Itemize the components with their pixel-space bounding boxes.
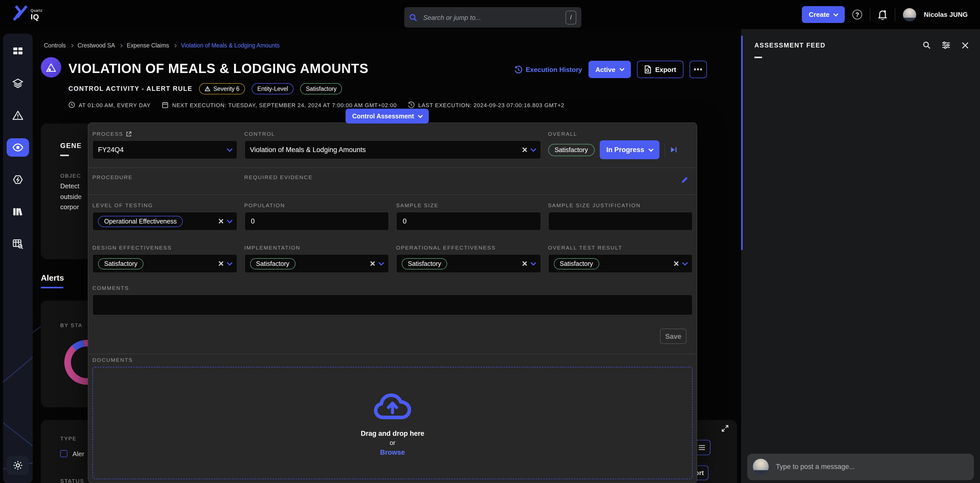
section-divider (88, 167, 697, 168)
sidebar-item-layers[interactable] (6, 74, 29, 92)
execution-history-link[interactable]: Execution History (514, 65, 582, 73)
breadcrumb-separator-icon (70, 44, 73, 47)
type-option-label[interactable]: Aler (73, 450, 84, 458)
sidebar-item-settings[interactable] (6, 456, 29, 475)
save-button[interactable]: Save (660, 329, 687, 344)
message-composer (747, 453, 974, 480)
app-logo[interactable]: Quartz IQ (12, 4, 43, 24)
comments-label: COMMENTS (92, 285, 129, 291)
create-button[interactable]: Create (802, 6, 845, 23)
export-button[interactable]: Export (637, 61, 683, 78)
overall-test-result-select[interactable]: Satisfactory (548, 254, 693, 273)
rating-badge: Satisfactory (301, 83, 342, 94)
control-assessment-tab[interactable]: Control Assessment (345, 109, 429, 124)
sidebar-item-alerts[interactable] (6, 106, 29, 124)
control-label: CONTROL (244, 130, 541, 137)
message-input[interactable] (775, 462, 968, 471)
status-active-button[interactable]: Active (588, 61, 631, 78)
operational-effectiveness-select[interactable]: Satisfactory (396, 254, 541, 273)
user-name[interactable]: Nicolas JUNG (924, 11, 968, 18)
by-status-label: BY STA (60, 322, 83, 328)
search-shortcut-key: / (566, 11, 576, 24)
clear-icon[interactable] (522, 147, 527, 153)
control-field-group: CONTROL Violation of Meals & Lodging Amo… (244, 130, 541, 159)
browse-link[interactable]: Browse (380, 448, 405, 456)
overall-status-button[interactable]: In Progress (600, 140, 660, 159)
skip-to-end-icon[interactable] (670, 146, 677, 153)
breadcrumb-item[interactable]: Controls (44, 42, 66, 48)
alerts-section-title: Alerts (41, 273, 64, 283)
comments-textarea[interactable] (92, 294, 693, 315)
control-assessment-modal: PROCESS FY24Q4 CONTROL Violation of Meal… (88, 122, 697, 483)
more-actions-button[interactable] (689, 61, 707, 78)
edit-pencil-icon[interactable] (681, 176, 689, 184)
history-clock-icon (408, 102, 415, 108)
alerts-tab-indicator (41, 287, 63, 288)
clear-icon[interactable] (218, 261, 223, 266)
sample-size-justification-group: SAMPLE SIZE JUSTIFICATION (548, 202, 693, 230)
control-subtitle: CONTROL ACTIVITY - ALERT RULE (68, 85, 192, 92)
sample-size-label: SAMPLE SIZE (396, 202, 541, 208)
entity-level-badge: Entity-Level (251, 83, 293, 94)
documents-dropzone[interactable]: Drag and drop here or Browse (92, 367, 693, 479)
clear-icon[interactable] (522, 261, 527, 266)
calendar-icon (162, 102, 169, 108)
clear-icon[interactable] (673, 261, 679, 266)
search-input[interactable] (422, 13, 560, 22)
feed-title: ASSESSMENT FEED (754, 41, 826, 49)
global-search[interactable]: / (404, 7, 581, 27)
section-divider (88, 194, 697, 195)
gear-icon (12, 460, 24, 471)
implementation-select[interactable]: Satisfactory (244, 254, 389, 273)
external-link-icon[interactable] (126, 131, 132, 137)
type-checkbox[interactable] (60, 450, 67, 457)
rating-chip: Satisfactory (250, 258, 296, 269)
feed-search-icon[interactable] (923, 41, 931, 49)
clear-icon[interactable] (369, 261, 375, 266)
general-heading: GENE (60, 142, 82, 149)
procedure-label: PROCEDURE (92, 174, 237, 180)
sidebar-item-data-explorer[interactable] (6, 235, 29, 253)
severity-badge: Severity 6 (199, 83, 245, 94)
breadcrumb-item[interactable]: Crestwood SA (78, 42, 115, 48)
assessment-feed-panel: ASSESSMENT FEED (741, 29, 980, 483)
feed-filter-sliders-icon[interactable] (942, 41, 950, 49)
rating-chip: Satisfactory (554, 258, 599, 269)
sample-size-input[interactable] (402, 217, 535, 226)
feed-accent-scrollbar[interactable] (741, 36, 743, 250)
expand-icon[interactable] (721, 424, 729, 432)
feed-close-icon[interactable] (962, 41, 969, 49)
breadcrumb-item[interactable]: Expense Claims (127, 42, 169, 48)
rating-chip: Satisfactory (98, 258, 144, 269)
process-select[interactable]: FY24Q4 (92, 140, 237, 159)
breadcrumb-item-current[interactable]: Violation of Meals & Lodging Amounts (181, 42, 280, 48)
process-label: PROCESS (92, 130, 237, 137)
page-title: VIOLATION OF MEALS & LODGING AMOUNTS (68, 61, 369, 76)
cloud-upload-icon (373, 392, 412, 421)
table-search-icon (12, 238, 24, 249)
level-of-testing-select[interactable]: Operational Effectiveness (92, 212, 237, 230)
top-bar: Quartz IQ / Create ? (0, 0, 980, 29)
left-sidebar (3, 34, 33, 483)
user-avatar[interactable] (903, 8, 916, 21)
design-effectiveness-select[interactable]: Satisfactory (92, 254, 237, 273)
population-label: POPULATION (244, 202, 389, 208)
sidebar-item-rules[interactable] (6, 170, 29, 189)
operational-effectiveness-label: OPERATIONAL EFFECTIVENESS (396, 245, 541, 251)
population-input[interactable] (250, 217, 383, 226)
control-select[interactable]: Violation of Meals & Lodging Amounts (244, 140, 541, 159)
control-type-icon (41, 57, 61, 78)
heading-dash (60, 155, 69, 156)
sample-size-justification-input[interactable] (554, 217, 687, 226)
overall-test-result-label: OVERALL TEST RESULT (548, 245, 693, 251)
section-divider (88, 354, 697, 354)
layers-icon (12, 78, 24, 89)
sidebar-item-library[interactable] (6, 203, 29, 221)
sample-size-field (396, 212, 541, 230)
notifications-bell-icon[interactable] (878, 10, 887, 20)
overall-test-result-group: OVERALL TEST RESULT Satisfactory (548, 245, 693, 273)
help-icon[interactable]: ? (853, 10, 862, 19)
clear-icon[interactable] (218, 218, 223, 224)
sidebar-item-monitoring-active[interactable] (6, 138, 29, 157)
sidebar-item-dashboard[interactable] (6, 42, 29, 60)
